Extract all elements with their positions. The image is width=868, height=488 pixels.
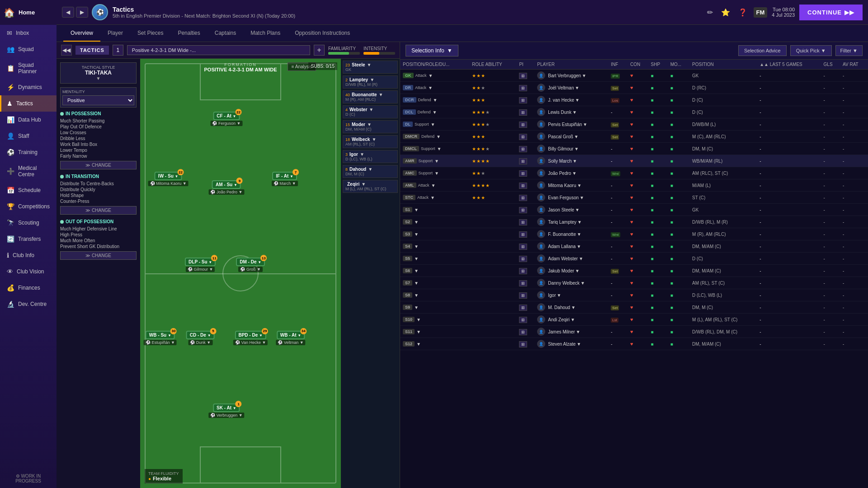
player-dropdown[interactable]: ▼ (572, 171, 576, 176)
table-row[interactable]: S2 ▼ ⊞ 👤 Tariq Lamptey ▼ - ♥ ■ ■ D/WB (R… (400, 216, 868, 228)
cell-player[interactable]: 👤 James Milner ▼ (534, 326, 608, 338)
tactics-name[interactable]: Positive 4-2-3-1 DM Wide -... (127, 45, 310, 55)
forward-button[interactable]: ▶ (76, 7, 88, 18)
player-dropdown[interactable]: ▼ (575, 268, 580, 273)
cell-player[interactable]: 👤 João Pedro ▼ (534, 167, 608, 179)
cell-player[interactable]: 👤 Steven Alzate ▼ (534, 338, 608, 350)
sub-player[interactable]: 15 Moder ▼ DM, M/AM (C) (343, 120, 398, 133)
sidebar-item-training[interactable]: ⚽Training (0, 144, 57, 160)
tab-captains[interactable]: Captains (208, 25, 243, 42)
pos-dropdown[interactable]: ▼ (414, 305, 419, 310)
tab-player[interactable]: Player (100, 25, 130, 42)
sidebar-item-finances[interactable]: 💰Finances (0, 280, 57, 296)
player-dropdown[interactable]: ▼ (575, 85, 580, 90)
sidebar-item-inbox[interactable]: ✉Inbox (0, 25, 57, 41)
player-dropdown[interactable]: ▼ (572, 159, 577, 164)
edit-icon[interactable]: ✏ (705, 6, 715, 19)
tab-penalties[interactable]: Penalties (170, 25, 207, 42)
cell-player[interactable]: 👤 Danny Welbeck ▼ (534, 277, 608, 289)
table-row[interactable]: AMC Support ▼ ★★★ ⊞ 👤 João Pedro ▼ Wnt ♥… (400, 167, 868, 179)
cell-player[interactable]: 👤 Jason Steele ▼ (534, 204, 608, 216)
sub-dropdown[interactable]: ▼ (379, 92, 383, 97)
sub-dropdown[interactable]: ▼ (368, 167, 373, 172)
pos-dropdown[interactable]: ▼ (437, 146, 442, 151)
sub-dropdown[interactable]: ▼ (361, 182, 366, 187)
pos-dropdown[interactable]: ▼ (416, 317, 421, 322)
pitch-player-token[interactable]: 13 DM - De ▼ ⚽ Groß ▼ (236, 258, 265, 272)
table-row[interactable]: S9 ▼ ⊞ 👤 M. Dahoud ▼ Set ♥ ■ ■ DM, M (C)… (400, 301, 868, 314)
token-badge[interactable]: 1 SK - At ▼ (213, 404, 240, 412)
pitch-player-token[interactable]: 22 CF - At ▼ ⚽ Ferguson ▼ (210, 112, 242, 126)
pos-dropdown[interactable]: ▼ (434, 171, 439, 176)
cell-player[interactable]: 👤 Andi Zeqiri ▼ (534, 314, 608, 326)
sidebar-item-squad-planner[interactable]: 📋Squad Planner (0, 57, 57, 79)
tab-opposition-instructions[interactable]: Opposition Instructions (288, 25, 357, 42)
cell-player[interactable]: 👤 Evan Ferguson ▼ (534, 192, 608, 204)
token-badge[interactable]: 13 DM - De ▼ (236, 258, 265, 266)
token-badge[interactable]: 34 WB - At ▼ (277, 331, 305, 339)
player-dropdown[interactable]: ▼ (576, 244, 581, 249)
sidebar-item-dev-centre[interactable]: 🔬Dev. Centre (0, 296, 57, 312)
continue-button[interactable]: CONTINUE ▶▶ (799, 5, 863, 20)
table-row[interactable]: S5 ▼ ⊞ 👤 Adam Webster ▼ - ♥ ■ ■ D (C) - … (400, 253, 868, 265)
quick-pick-btn[interactable]: Quick Pick ▼ (790, 45, 832, 56)
tactics-add-btn[interactable]: + (314, 45, 325, 56)
sub-player[interactable]: 3 Igor ▼ D (LC), WB (L) (343, 150, 398, 163)
cell-player[interactable]: 👤 Billy Gilmour ▼ (534, 143, 608, 155)
pos-dropdown[interactable]: ▼ (431, 183, 436, 188)
token-badge[interactable]: 30 WB - Su ▼ (146, 331, 175, 339)
pos-dropdown[interactable]: ▼ (414, 207, 419, 212)
sub-player[interactable]: 2 Lamptey ▼ D/WB (RL), M (R) (343, 75, 398, 89)
pos-dropdown[interactable]: ▼ (416, 342, 421, 347)
table-row[interactable]: STC Attack ▼ ★★★ ⊞ 👤 Evan Ferguson ▼ - ♥… (400, 192, 868, 204)
tab-set-pieces[interactable]: Set Pieces (130, 25, 170, 42)
pitch-player-token[interactable]: 9 AM - Su ▼ ⚽ João Pedro ▼ (208, 180, 244, 195)
cell-player[interactable]: 👤 Adam Webster ▼ (534, 253, 608, 265)
player-dropdown[interactable]: ▼ (575, 98, 580, 103)
pos-dropdown[interactable]: ▼ (436, 134, 441, 139)
sidebar-item-schedule[interactable]: 📅Schedule (0, 182, 57, 198)
pos-dropdown[interactable]: ▼ (414, 220, 419, 225)
cell-player[interactable]: 👤 M. Dahoud ▼ (534, 301, 608, 314)
table-row[interactable]: DMCL Support ▼ ★★★★ ⊞ 👤 Billy Gilmour ▼ … (400, 143, 868, 155)
pos-dropdown[interactable]: ▼ (416, 329, 421, 334)
table-row[interactable]: DCR Defend ▼ ★★★ ⊞ 👤 J. van Hecke ▼ Los … (400, 94, 868, 106)
out-possession-change-btn[interactable]: ≫ CHANGE (60, 251, 137, 260)
cell-player[interactable]: 👤 Joël Veltman ▼ (534, 82, 608, 94)
cell-player[interactable]: 👤 Adam Lallana ▼ (534, 240, 608, 253)
pitch-player-token[interactable]: 34 WB - At ▼ ⚽ Veltman ▼ (276, 331, 305, 345)
tab-overview[interactable]: Overview (63, 25, 100, 42)
player-dropdown[interactable]: ▼ (574, 146, 579, 151)
pos-dropdown[interactable]: ▼ (434, 159, 439, 164)
table-row[interactable]: DMCR Defend ▼ ★★★ ⊞ 👤 Pascal Groß ▼ Set … (400, 131, 868, 143)
sub-player[interactable]: 18 Welbeck ▼ AM (RL), ST (C) (343, 135, 398, 148)
player-dropdown[interactable]: ▼ (557, 293, 561, 298)
player-dropdown[interactable]: ▼ (582, 73, 586, 78)
player-dropdown[interactable]: ▼ (583, 122, 587, 127)
cell-player[interactable]: 👤 Mitoma Kaoru ▼ (534, 179, 608, 192)
sub-player[interactable]: 4 Webster ▼ D (C) (343, 105, 398, 118)
token-badge[interactable]: 9 AM - Su ▼ (212, 180, 241, 189)
possession-change-btn[interactable]: ≫ CHANGE (60, 161, 137, 169)
cell-player[interactable]: 👤 Igor ▼ (534, 289, 608, 301)
sub-player[interactable]: 23 Steele ▼ GK (343, 61, 398, 74)
cell-player[interactable]: 👤 Bart Verbruggen ▼ (534, 70, 608, 82)
player-dropdown[interactable]: ▼ (571, 305, 576, 310)
pos-dropdown[interactable]: ▼ (429, 73, 433, 78)
sub-player[interactable]: Zeqiri ▼ M (L), AM (RL), ST (C) (343, 180, 398, 193)
cell-player[interactable]: 👤 Pascal Groß ▼ (534, 131, 608, 143)
table-row[interactable]: S12 ▼ ⊞ 👤 Steven Alzate ▼ - ♥ ■ ■ DM, M/… (400, 338, 868, 350)
table-row[interactable]: DL Support ▼ ★★★★ ⊞ 👤 Pervis Estupiñán ▼… (400, 118, 868, 131)
tab-match-plans[interactable]: Match Plans (243, 25, 288, 42)
token-badge[interactable]: 29 BPD - De ▼ (235, 331, 266, 339)
player-dropdown[interactable]: ▼ (577, 220, 582, 225)
pos-dropdown[interactable]: ▼ (433, 110, 437, 115)
sidebar-item-staff[interactable]: 👤Staff (0, 128, 57, 144)
table-row[interactable]: S3 ▼ ⊞ 👤 F. Buonanotte ▼ Wnt ♥ ■ ■ M (R)… (400, 228, 868, 240)
pitch-player-token[interactable]: 22 IW - Su ▼ ⚽ Mitoma Kaoru ▼ (148, 172, 189, 186)
table-row[interactable]: AMR Support ▼ ★★★★ ⊞ 👤 Solly March ▼ - ♥… (400, 155, 868, 167)
cell-player[interactable]: 👤 Lewis Dunk ▼ (534, 106, 608, 118)
transition-change-btn[interactable]: ≫ CHANGE (60, 206, 137, 215)
table-row[interactable]: S6 ▼ ⊞ 👤 Jakub Moder ▼ Set ♥ ■ ■ DM, M/A… (400, 265, 868, 277)
star-icon[interactable]: ⭐ (719, 6, 732, 19)
